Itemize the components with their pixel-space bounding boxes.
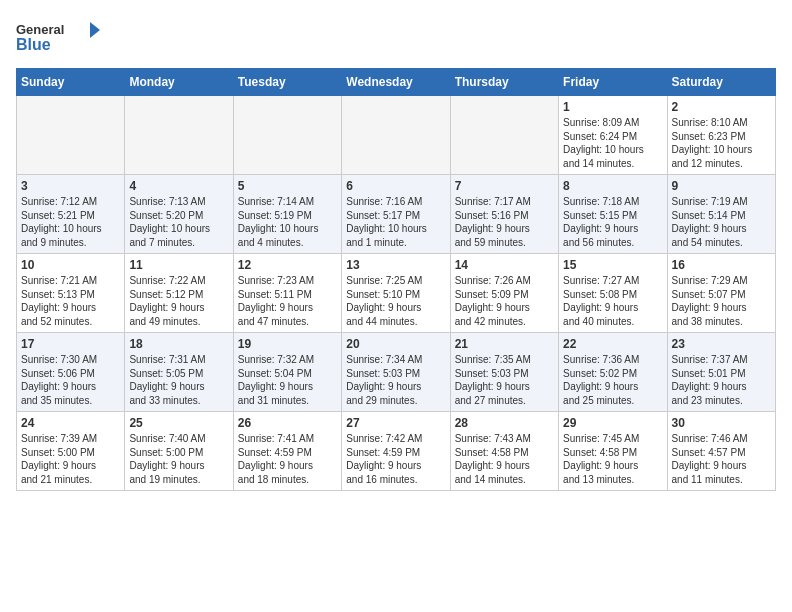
- day-info: Sunrise: 7:31 AM Sunset: 5:05 PM Dayligh…: [129, 353, 228, 407]
- day-number: 6: [346, 179, 445, 193]
- day-number: 7: [455, 179, 554, 193]
- calendar-week-row: 24Sunrise: 7:39 AM Sunset: 5:00 PM Dayli…: [17, 412, 776, 491]
- calendar-cell: 9Sunrise: 7:19 AM Sunset: 5:14 PM Daylig…: [667, 175, 775, 254]
- day-number: 25: [129, 416, 228, 430]
- calendar-cell: 5Sunrise: 7:14 AM Sunset: 5:19 PM Daylig…: [233, 175, 341, 254]
- calendar-cell: 19Sunrise: 7:32 AM Sunset: 5:04 PM Dayli…: [233, 333, 341, 412]
- calendar-cell: [233, 96, 341, 175]
- day-info: Sunrise: 7:14 AM Sunset: 5:19 PM Dayligh…: [238, 195, 337, 249]
- calendar-cell: 29Sunrise: 7:45 AM Sunset: 4:58 PM Dayli…: [559, 412, 667, 491]
- calendar-cell: 11Sunrise: 7:22 AM Sunset: 5:12 PM Dayli…: [125, 254, 233, 333]
- calendar-header-tuesday: Tuesday: [233, 69, 341, 96]
- day-info: Sunrise: 7:40 AM Sunset: 5:00 PM Dayligh…: [129, 432, 228, 486]
- calendar-cell: 24Sunrise: 7:39 AM Sunset: 5:00 PM Dayli…: [17, 412, 125, 491]
- svg-text:Blue: Blue: [16, 36, 51, 53]
- day-info: Sunrise: 7:41 AM Sunset: 4:59 PM Dayligh…: [238, 432, 337, 486]
- day-number: 11: [129, 258, 228, 272]
- calendar-cell: 1Sunrise: 8:09 AM Sunset: 6:24 PM Daylig…: [559, 96, 667, 175]
- day-number: 1: [563, 100, 662, 114]
- page-header: General Blue: [16, 16, 776, 60]
- calendar-cell: 14Sunrise: 7:26 AM Sunset: 5:09 PM Dayli…: [450, 254, 558, 333]
- day-info: Sunrise: 7:16 AM Sunset: 5:17 PM Dayligh…: [346, 195, 445, 249]
- day-number: 19: [238, 337, 337, 351]
- calendar-header-thursday: Thursday: [450, 69, 558, 96]
- calendar-cell: 6Sunrise: 7:16 AM Sunset: 5:17 PM Daylig…: [342, 175, 450, 254]
- calendar-week-row: 1Sunrise: 8:09 AM Sunset: 6:24 PM Daylig…: [17, 96, 776, 175]
- day-number: 21: [455, 337, 554, 351]
- calendar-cell: [342, 96, 450, 175]
- calendar-header-row: SundayMondayTuesdayWednesdayThursdayFrid…: [17, 69, 776, 96]
- day-info: Sunrise: 8:10 AM Sunset: 6:23 PM Dayligh…: [672, 116, 771, 170]
- calendar-cell: 30Sunrise: 7:46 AM Sunset: 4:57 PM Dayli…: [667, 412, 775, 491]
- day-number: 15: [563, 258, 662, 272]
- calendar-cell: [125, 96, 233, 175]
- day-number: 20: [346, 337, 445, 351]
- day-info: Sunrise: 7:13 AM Sunset: 5:20 PM Dayligh…: [129, 195, 228, 249]
- calendar-cell: 3Sunrise: 7:12 AM Sunset: 5:21 PM Daylig…: [17, 175, 125, 254]
- day-info: Sunrise: 7:27 AM Sunset: 5:08 PM Dayligh…: [563, 274, 662, 328]
- day-number: 5: [238, 179, 337, 193]
- day-number: 12: [238, 258, 337, 272]
- calendar-cell: 18Sunrise: 7:31 AM Sunset: 5:05 PM Dayli…: [125, 333, 233, 412]
- calendar-header-wednesday: Wednesday: [342, 69, 450, 96]
- calendar-header-sunday: Sunday: [17, 69, 125, 96]
- calendar-cell: 15Sunrise: 7:27 AM Sunset: 5:08 PM Dayli…: [559, 254, 667, 333]
- calendar-cell: 23Sunrise: 7:37 AM Sunset: 5:01 PM Dayli…: [667, 333, 775, 412]
- day-info: Sunrise: 7:43 AM Sunset: 4:58 PM Dayligh…: [455, 432, 554, 486]
- calendar-header-monday: Monday: [125, 69, 233, 96]
- calendar-cell: 13Sunrise: 7:25 AM Sunset: 5:10 PM Dayli…: [342, 254, 450, 333]
- day-info: Sunrise: 7:12 AM Sunset: 5:21 PM Dayligh…: [21, 195, 120, 249]
- calendar-header-saturday: Saturday: [667, 69, 775, 96]
- day-info: Sunrise: 7:32 AM Sunset: 5:04 PM Dayligh…: [238, 353, 337, 407]
- day-info: Sunrise: 7:19 AM Sunset: 5:14 PM Dayligh…: [672, 195, 771, 249]
- day-number: 2: [672, 100, 771, 114]
- calendar-cell: 8Sunrise: 7:18 AM Sunset: 5:15 PM Daylig…: [559, 175, 667, 254]
- day-info: Sunrise: 7:45 AM Sunset: 4:58 PM Dayligh…: [563, 432, 662, 486]
- day-number: 24: [21, 416, 120, 430]
- calendar-cell: 21Sunrise: 7:35 AM Sunset: 5:03 PM Dayli…: [450, 333, 558, 412]
- day-info: Sunrise: 7:35 AM Sunset: 5:03 PM Dayligh…: [455, 353, 554, 407]
- day-info: Sunrise: 7:39 AM Sunset: 5:00 PM Dayligh…: [21, 432, 120, 486]
- day-number: 26: [238, 416, 337, 430]
- day-info: Sunrise: 7:21 AM Sunset: 5:13 PM Dayligh…: [21, 274, 120, 328]
- day-info: Sunrise: 7:29 AM Sunset: 5:07 PM Dayligh…: [672, 274, 771, 328]
- day-number: 29: [563, 416, 662, 430]
- calendar-cell: 7Sunrise: 7:17 AM Sunset: 5:16 PM Daylig…: [450, 175, 558, 254]
- calendar-week-row: 3Sunrise: 7:12 AM Sunset: 5:21 PM Daylig…: [17, 175, 776, 254]
- day-number: 17: [21, 337, 120, 351]
- day-number: 22: [563, 337, 662, 351]
- day-number: 13: [346, 258, 445, 272]
- calendar-cell: [450, 96, 558, 175]
- day-info: Sunrise: 7:22 AM Sunset: 5:12 PM Dayligh…: [129, 274, 228, 328]
- calendar-header-friday: Friday: [559, 69, 667, 96]
- svg-marker-2: [90, 22, 100, 38]
- day-number: 23: [672, 337, 771, 351]
- day-info: Sunrise: 7:46 AM Sunset: 4:57 PM Dayligh…: [672, 432, 771, 486]
- calendar-cell: 10Sunrise: 7:21 AM Sunset: 5:13 PM Dayli…: [17, 254, 125, 333]
- day-info: Sunrise: 7:17 AM Sunset: 5:16 PM Dayligh…: [455, 195, 554, 249]
- day-info: Sunrise: 7:37 AM Sunset: 5:01 PM Dayligh…: [672, 353, 771, 407]
- day-number: 27: [346, 416, 445, 430]
- logo-svg: General Blue: [16, 16, 106, 60]
- day-info: Sunrise: 7:30 AM Sunset: 5:06 PM Dayligh…: [21, 353, 120, 407]
- day-number: 14: [455, 258, 554, 272]
- day-info: Sunrise: 7:25 AM Sunset: 5:10 PM Dayligh…: [346, 274, 445, 328]
- calendar-cell: 2Sunrise: 8:10 AM Sunset: 6:23 PM Daylig…: [667, 96, 775, 175]
- calendar-cell: 4Sunrise: 7:13 AM Sunset: 5:20 PM Daylig…: [125, 175, 233, 254]
- day-info: Sunrise: 7:23 AM Sunset: 5:11 PM Dayligh…: [238, 274, 337, 328]
- calendar-table: SundayMondayTuesdayWednesdayThursdayFrid…: [16, 68, 776, 491]
- svg-text:General: General: [16, 22, 64, 37]
- day-number: 9: [672, 179, 771, 193]
- calendar-cell: 26Sunrise: 7:41 AM Sunset: 4:59 PM Dayli…: [233, 412, 341, 491]
- calendar-cell: 16Sunrise: 7:29 AM Sunset: 5:07 PM Dayli…: [667, 254, 775, 333]
- day-number: 3: [21, 179, 120, 193]
- calendar-cell: [17, 96, 125, 175]
- calendar-week-row: 10Sunrise: 7:21 AM Sunset: 5:13 PM Dayli…: [17, 254, 776, 333]
- day-info: Sunrise: 7:26 AM Sunset: 5:09 PM Dayligh…: [455, 274, 554, 328]
- calendar-cell: 17Sunrise: 7:30 AM Sunset: 5:06 PM Dayli…: [17, 333, 125, 412]
- day-info: Sunrise: 7:18 AM Sunset: 5:15 PM Dayligh…: [563, 195, 662, 249]
- day-info: Sunrise: 7:34 AM Sunset: 5:03 PM Dayligh…: [346, 353, 445, 407]
- day-number: 8: [563, 179, 662, 193]
- calendar-cell: 28Sunrise: 7:43 AM Sunset: 4:58 PM Dayli…: [450, 412, 558, 491]
- day-number: 10: [21, 258, 120, 272]
